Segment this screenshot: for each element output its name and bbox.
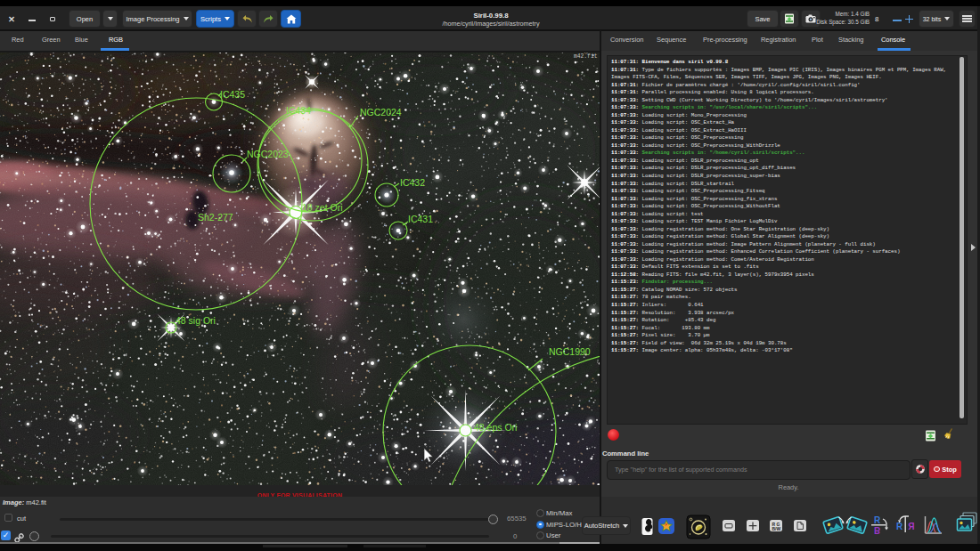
svg-text:IC432: IC432 xyxy=(400,177,425,188)
svg-text:B/W: B/W xyxy=(772,526,781,531)
svg-text:m42.fit: m42.fit xyxy=(574,53,598,60)
svg-text:R: R xyxy=(896,522,903,531)
svg-text:IC434: IC434 xyxy=(286,105,311,116)
svg-text:B: B xyxy=(874,525,880,535)
svg-text:48 eps Ori: 48 eps Ori xyxy=(474,422,517,433)
svg-text:NGC1990: NGC1990 xyxy=(549,346,591,357)
svg-text:NGC2024: NGC2024 xyxy=(360,107,402,117)
svg-text:18 zet Ori: 18 zet Ori xyxy=(302,202,343,213)
svg-text:IC435: IC435 xyxy=(220,89,245,100)
svg-text:R: R xyxy=(874,515,881,525)
svg-text:Sh2-277: Sh2-277 xyxy=(198,212,233,223)
svg-text:IC431: IC431 xyxy=(408,214,433,224)
svg-text:NGC2023: NGC2023 xyxy=(247,149,289,159)
svg-text:R: R xyxy=(908,522,915,531)
svg-text:48 sig Ori: 48 sig Ori xyxy=(176,315,216,326)
